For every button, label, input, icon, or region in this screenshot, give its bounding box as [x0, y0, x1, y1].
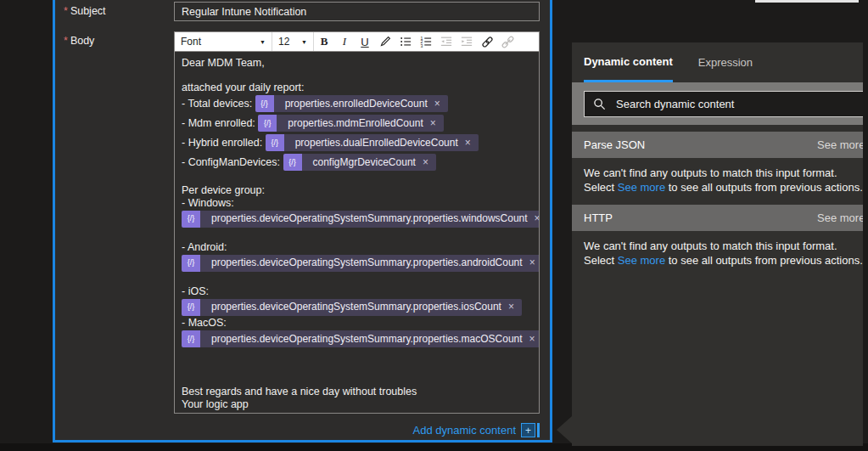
subject-label-text: Subject: [70, 5, 106, 17]
see-more-inline-link[interactable]: See more: [618, 181, 665, 194]
logic-app-designer: *Subject *Body Font ▼ 12 ▼ BIU123 Dear M…: [0, 0, 868, 451]
body-line: [182, 228, 532, 241]
group-title: HTTP: [584, 211, 613, 224]
rich-text-toolbar: Font ▼ 12 ▼ BIU123: [174, 31, 540, 51]
dynamic-token[interactable]: {/}properties.deviceOperatingSystemSumma…: [182, 299, 522, 316]
token-badge-icon: {/}: [258, 115, 277, 132]
svg-text:3: 3: [420, 43, 423, 48]
group-header: HTTPSee more: [572, 205, 863, 231]
token-text: configMgrDeviceCount: [313, 156, 416, 169]
underline-button[interactable]: U: [355, 32, 375, 51]
indent-button: [456, 32, 477, 51]
dynamic-token[interactable]: {/}configMgrDeviceCount×: [283, 154, 436, 171]
add-dynamic-content-link[interactable]: Add dynamic content: [413, 424, 516, 437]
body-line: - iOS:: [182, 285, 532, 298]
font-family-value: Font: [181, 36, 201, 48]
body-line-with-token: - Mdm enrolled: {/}properties.mdmEnrolle…: [182, 114, 532, 133]
remove-token-icon[interactable]: ×: [529, 333, 535, 346]
see-more-link[interactable]: See more: [817, 138, 863, 151]
token-badge-icon: {/}: [182, 330, 200, 347]
dynamic-token[interactable]: {/}properties.deviceOperatingSystemSumma…: [182, 330, 540, 347]
message-text: Select: [584, 254, 618, 267]
body-line: [182, 361, 532, 374]
unlink-icon: [501, 36, 514, 48]
body-editor-content[interactable]: Dear MDM Team, attached your daily repor…: [174, 51, 540, 414]
token-text: properties.mdmEnrolledCount: [288, 117, 423, 130]
italic-button[interactable]: I: [334, 32, 355, 51]
message-line-1: We can't find any outputs to match this …: [584, 166, 863, 180]
body-line-with-token: {/}properties.deviceOperatingSystemSumma…: [182, 297, 532, 317]
bullet-list-button[interactable]: [395, 32, 416, 51]
remove-token-icon[interactable]: ×: [465, 137, 471, 149]
body-line-text: - Total devices:: [182, 98, 255, 110]
body-line-text: - Mdm enrolled:: [182, 117, 258, 130]
message-line-2: Select See more to see all outputs from …: [584, 253, 863, 268]
message-text: to see all outputs from previous actions…: [665, 181, 863, 194]
token-text: properties.deviceOperatingSystemSummary.…: [211, 257, 523, 269]
dynamic-token[interactable]: {/}properties.deviceOperatingSystemSumma…: [182, 211, 540, 228]
body-line-with-token: {/}properties.deviceOperatingSystemSumma…: [182, 330, 532, 349]
body-line-with-token: - Total devices: {/}properties.enrolledD…: [182, 94, 532, 114]
link-button[interactable]: [477, 32, 497, 51]
remove-token-icon[interactable]: ×: [434, 98, 440, 110]
token-text: properties.dualEnrolledDeviceCount: [295, 137, 458, 149]
token-label: properties.deviceOperatingSystemSummary.…: [200, 255, 540, 272]
body-line-with-token: - Hybrid enrolled: {/}properties.dualEnr…: [182, 133, 532, 153]
subject-label: *Subject: [64, 5, 106, 17]
plus-icon[interactable]: +: [521, 423, 535, 437]
link-icon: [481, 36, 494, 48]
remove-token-icon[interactable]: ×: [529, 257, 535, 269]
search-icon: [593, 98, 606, 110]
numbered-list-button[interactable]: 123: [416, 32, 436, 51]
body-line-with-token: - ConfigManDevices: {/}configMgrDeviceCo…: [182, 153, 532, 172]
tab-expression[interactable]: Expression: [698, 42, 753, 82]
text-color-icon: [379, 36, 391, 48]
panel-tabs: Dynamic contentExpression: [572, 42, 863, 82]
remove-token-icon[interactable]: ×: [508, 301, 514, 313]
dynamic-content-search-input[interactable]: [614, 97, 855, 111]
body-line: [182, 172, 532, 185]
font-family-dropdown[interactable]: Font ▼: [175, 32, 272, 51]
dynamic-content-panel: Dynamic contentExpression Parse JSONSee …: [572, 42, 863, 446]
body-line: Per device group:: [182, 184, 532, 197]
dynamic-token[interactable]: {/}properties.enrolledDeviceCount×: [255, 95, 448, 112]
email-action-card: *Subject *Body Font ▼ 12 ▼ BIU123 Dear M…: [53, 0, 552, 443]
output-groups: Parse JSONSee moreWe can't find any outp…: [572, 132, 863, 268]
message-text: Select: [584, 181, 618, 194]
body-line: [182, 374, 532, 386]
indent-icon: [461, 36, 473, 48]
body-line-text: - ConfigManDevices:: [182, 156, 283, 169]
group-title: Parse JSON: [584, 138, 645, 151]
required-asterisk: *: [64, 5, 68, 17]
text-cursor: [537, 423, 540, 437]
remove-token-icon[interactable]: ×: [535, 212, 540, 225]
subject-input[interactable]: [174, 2, 540, 21]
see-more-link[interactable]: See more: [817, 211, 863, 224]
dynamic-token[interactable]: {/}properties.mdmEnrolledCount×: [258, 115, 443, 132]
token-text: properties.deviceOperatingSystemSummary.…: [211, 301, 501, 313]
token-label: properties.deviceOperatingSystemSummary.…: [200, 330, 540, 347]
token-label: properties.mdmEnrolledCount×: [277, 115, 443, 132]
body-label: *Body: [64, 35, 94, 47]
panel-beak: [557, 416, 572, 443]
text-color-button[interactable]: [375, 32, 395, 51]
remove-token-icon[interactable]: ×: [423, 156, 428, 169]
required-asterisk: *: [64, 35, 68, 47]
dynamic-token[interactable]: {/}properties.dualEnrolledDeviceCount×: [266, 134, 479, 151]
unlink-button: [497, 32, 518, 51]
output-group-parse-json: Parse JSONSee moreWe can't find any outp…: [572, 132, 863, 194]
bold-button[interactable]: B: [314, 32, 334, 51]
font-size-dropdown[interactable]: 12 ▼: [272, 32, 314, 51]
tab-dynamic-content[interactable]: Dynamic content: [584, 42, 673, 82]
dynamic-token[interactable]: {/}properties.deviceOperatingSystemSumma…: [182, 255, 540, 272]
remove-token-icon[interactable]: ×: [430, 117, 436, 130]
chevron-down-icon: ▼: [301, 39, 307, 45]
no-outputs-message: We can't find any outputs to match this …: [572, 166, 863, 194]
see-more-inline-link[interactable]: See more: [618, 254, 665, 267]
body-line-text: - Hybrid enrolled:: [182, 137, 266, 149]
body-line: Your logic app: [182, 398, 532, 411]
group-header: Parse JSONSee more: [572, 132, 863, 158]
token-badge-icon: {/}: [255, 95, 274, 112]
body-line: - MacOS:: [182, 317, 532, 330]
chevron-down-icon: ▼: [260, 39, 266, 45]
